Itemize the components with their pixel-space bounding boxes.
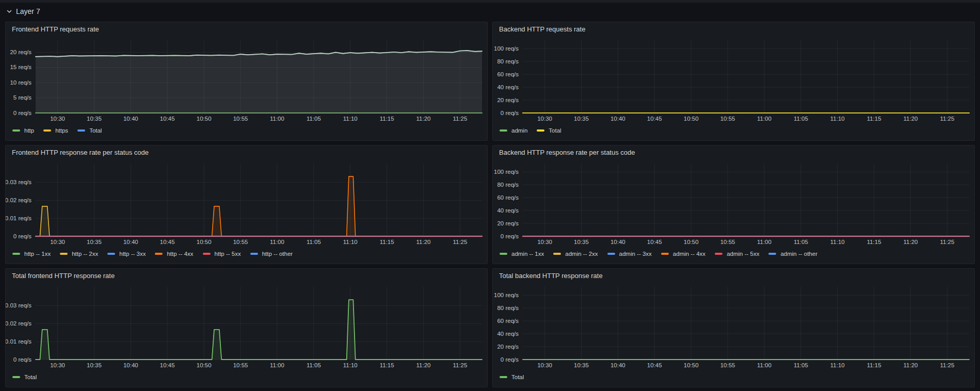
svg-text:40 req/s: 40 req/s [497, 84, 519, 90]
legend-item[interactable]: http -- 4xx [155, 251, 193, 257]
svg-text:10:30: 10:30 [537, 239, 552, 245]
legend-item[interactable]: http -- 3xx [107, 251, 146, 257]
panel-legend: Total [493, 370, 974, 387]
legend-series-swatch [500, 376, 507, 378]
svg-text:20 req/s: 20 req/s [10, 49, 31, 55]
chart-plot[interactable]: 0 req/s20 req/s40 req/s60 req/s80 req/s1… [493, 283, 974, 370]
legend-series-swatch [12, 253, 20, 255]
svg-text:11:25: 11:25 [453, 239, 467, 245]
svg-text:10:50: 10:50 [197, 116, 212, 122]
timeseries-svg[interactable]: 0 req/s0.01 req/s0.02 req/s0.03 req/s10:… [6, 159, 487, 247]
legend-series-swatch [12, 376, 20, 378]
legend-item[interactable]: admin -- other [768, 251, 817, 257]
svg-text:10:40: 10:40 [611, 362, 625, 368]
svg-text:11:15: 11:15 [380, 362, 394, 368]
legend-item[interactable]: Total [12, 374, 37, 380]
chart-plot[interactable]: 0 req/s20 req/s40 req/s60 req/s80 req/s1… [493, 36, 974, 124]
legend-series-swatch [607, 253, 615, 255]
legend-item[interactable]: Total [537, 127, 561, 134]
svg-text:11:15: 11:15 [867, 116, 881, 122]
legend-series-label: http [24, 127, 34, 134]
legend-item[interactable]: admin -- 5xx [715, 251, 759, 257]
legend-series-swatch [43, 129, 51, 132]
svg-text:60 req/s: 60 req/s [497, 71, 519, 77]
dashboard-panel-grid: Frontend HTTP requests rate0 req/s5 req/… [5, 22, 975, 387]
svg-text:100 req/s: 100 req/s [494, 169, 519, 175]
panel-title[interactable]: Backend HTTP response rate per status co… [493, 145, 974, 159]
svg-text:11:10: 11:10 [343, 362, 358, 368]
legend-series-label: https [55, 127, 68, 134]
timeseries-svg[interactable]: 0 req/s20 req/s40 req/s60 req/s80 req/s1… [493, 159, 974, 247]
legend-item[interactable]: http [12, 127, 34, 134]
svg-text:0 req/s: 0 req/s [13, 110, 31, 116]
chart-plot[interactable]: 0 req/s0.01 req/s0.02 req/s0.03 req/s10:… [6, 283, 487, 370]
svg-text:11:15: 11:15 [380, 239, 394, 245]
legend-series-swatch [107, 253, 115, 255]
panel-title[interactable]: Frontend HTTP response rate per status c… [6, 145, 487, 159]
legend-item[interactable]: Total [500, 374, 524, 380]
row-title: Layer 7 [16, 7, 40, 15]
legend-item[interactable]: http -- 1xx [12, 251, 51, 257]
panel-backend-http-requests-rate: Backend HTTP requests rate0 req/s20 req/… [492, 22, 975, 141]
svg-text:0 req/s: 0 req/s [501, 233, 519, 239]
panel-title[interactable]: Total frontend HTTP response rate [6, 269, 487, 283]
chevron-down-icon[interactable] [6, 8, 12, 14]
svg-text:11:00: 11:00 [757, 239, 772, 245]
svg-text:11:20: 11:20 [416, 362, 431, 368]
legend-item[interactable]: http -- 5xx [203, 251, 241, 257]
chart-plot[interactable]: 0 req/s20 req/s40 req/s60 req/s80 req/s1… [493, 159, 974, 247]
svg-text:11:10: 11:10 [830, 239, 845, 245]
legend-item[interactable]: admin -- 4xx [661, 251, 705, 257]
legend-item[interactable]: http -- 2xx [60, 251, 98, 257]
row-header-layer7[interactable]: Layer 7 [6, 6, 40, 17]
svg-text:10:40: 10:40 [123, 362, 138, 368]
svg-text:10:55: 10:55 [233, 239, 248, 245]
svg-text:10:30: 10:30 [537, 362, 552, 368]
chart-plot[interactable]: 0 req/s5 req/s10 req/s15 req/s20 req/s10… [6, 36, 487, 124]
svg-text:11:05: 11:05 [794, 116, 808, 122]
legend-item[interactable]: http -- other [250, 251, 293, 257]
legend-series-swatch [661, 253, 669, 255]
svg-text:0.02 req/s: 0.02 req/s [6, 320, 31, 327]
chart-plot[interactable]: 0 req/s0.01 req/s0.02 req/s0.03 req/s10:… [6, 159, 487, 247]
svg-text:100 req/s: 100 req/s [494, 45, 519, 52]
svg-text:80 req/s: 80 req/s [497, 305, 519, 311]
legend-item[interactable]: admin [500, 127, 527, 134]
timeseries-svg[interactable]: 0 req/s5 req/s10 req/s15 req/s20 req/s10… [6, 36, 487, 124]
svg-text:11:25: 11:25 [940, 362, 954, 368]
svg-text:10:30: 10:30 [50, 116, 65, 122]
panel-title[interactable]: Total backend HTTP response rate [493, 269, 974, 283]
timeseries-svg[interactable]: 0 req/s0.01 req/s0.02 req/s0.03 req/s10:… [6, 283, 487, 370]
svg-text:10:45: 10:45 [647, 116, 662, 122]
panel-legend: httphttpsTotal [6, 124, 487, 140]
panel-title[interactable]: Backend HTTP requests rate [493, 22, 974, 36]
svg-text:0.03 req/s: 0.03 req/s [6, 179, 31, 185]
timeseries-svg[interactable]: 0 req/s20 req/s40 req/s60 req/s80 req/s1… [493, 36, 974, 124]
legend-series-swatch [715, 253, 722, 255]
svg-text:10:35: 10:35 [87, 362, 102, 368]
svg-text:10:40: 10:40 [611, 116, 625, 122]
legend-item[interactable]: admin -- 1xx [500, 251, 544, 257]
legend-series-label: http -- 2xx [72, 251, 98, 257]
panel-title[interactable]: Frontend HTTP requests rate [6, 22, 487, 36]
legend-item[interactable]: Total [77, 127, 102, 134]
legend-item[interactable]: https [43, 127, 68, 134]
svg-text:11:10: 11:10 [343, 116, 358, 122]
panel-legend: Total [6, 370, 487, 387]
svg-text:0 req/s: 0 req/s [13, 233, 31, 239]
legend-item[interactable]: admin -- 3xx [607, 251, 652, 257]
legend-series-swatch [500, 253, 507, 255]
svg-text:10:50: 10:50 [197, 362, 212, 368]
svg-text:10:30: 10:30 [50, 239, 65, 245]
svg-text:10:30: 10:30 [50, 362, 65, 368]
svg-text:10:55: 10:55 [720, 239, 735, 245]
legend-series-swatch [12, 129, 20, 132]
svg-text:20 req/s: 20 req/s [497, 220, 519, 226]
legend-series-label: http -- 5xx [215, 251, 241, 257]
svg-text:0.01 req/s: 0.01 req/s [6, 338, 31, 345]
svg-text:15 req/s: 15 req/s [10, 64, 31, 70]
svg-text:10:50: 10:50 [197, 239, 212, 245]
legend-item[interactable]: admin -- 2xx [553, 251, 598, 257]
legend-series-label: Total [549, 127, 561, 134]
timeseries-svg[interactable]: 0 req/s20 req/s40 req/s60 req/s80 req/s1… [493, 283, 974, 370]
